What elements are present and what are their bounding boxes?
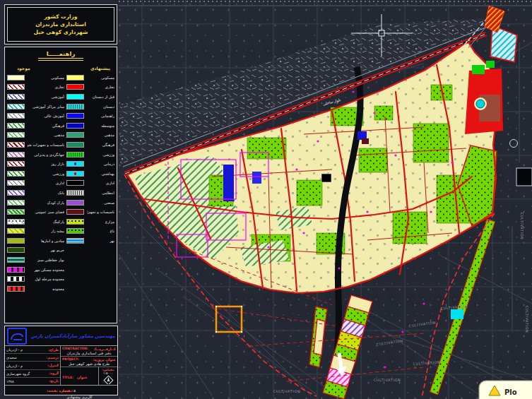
legend-swatch-proposed: [7, 152, 25, 157]
legend-swatch-existing: [66, 200, 84, 206]
legend-label-proposed: آموزشی: [28, 95, 64, 99]
signoff-label: طراح:: [48, 348, 59, 352]
legend-row: بیشه زارباغ: [7, 227, 114, 237]
company-name: مهندسین مشاور شارآبادگستران پارس: [29, 333, 117, 339]
legend-swatch-existing: [66, 104, 84, 109]
legend-swatch-proposed: [7, 190, 25, 196]
legend-swatch-existing: [66, 219, 84, 225]
legend-label-proposed: مذهبی: [28, 133, 64, 137]
legend-label-existing: مسکونی: [87, 76, 114, 80]
signoff-value: م - اژدریان: [6, 347, 23, 352]
signoff-label: گروه:: [49, 371, 59, 375]
legend-swatch-existing: [66, 94, 84, 100]
municipality-line: شهرداری کوهی خیل: [8, 29, 114, 35]
legend-swatch-proposed: [7, 171, 25, 177]
legend-swatch-existing: [66, 152, 84, 157]
legend-row: بازار روزدرمانی: [7, 159, 114, 169]
legend-row: جهانگردی و پذیراییورزشی: [7, 150, 114, 160]
sheet-title-value: کاربری پیشنهادی: [62, 395, 97, 399]
legend-swatch-existing: [66, 123, 84, 129]
legend-swatch-proposed: [7, 200, 25, 206]
legend-swatch-proposed: [7, 286, 25, 292]
legend-swatch-proposed: [7, 219, 25, 225]
sheet-number-value: ۵: [73, 388, 76, 393]
title-header-block: وزارت کشور استانداری مازندران شهرداری کو…: [4, 4, 117, 44]
autocad-drawing-viewport: CULTIVATIONCULTIVATIONCULTIVATIONCULTIVA…: [0, 0, 532, 399]
legend-label-proposed: بیشه زار: [28, 229, 64, 233]
legend-label-existing: تاسیسات و تجهیزات شهری: [87, 210, 114, 214]
legend-label-existing: مذهبی: [87, 133, 114, 137]
legend-swatch-proposed: [7, 75, 25, 81]
legend-swatch-proposed: [7, 247, 25, 253]
map-text-label: CULTIVATION: [374, 378, 401, 382]
signoff-label: تاریخ:: [49, 379, 59, 383]
plot-notification-balloon[interactable]: Plo: [479, 381, 532, 399]
legend-panel: راهنمـــــا پیشنهادی موجود مسکونیمسکونیت…: [4, 47, 117, 323]
legend-label-existing: مزارع: [87, 220, 114, 224]
signoff-row: م - اژدریانکنترل:: [5, 362, 60, 369]
legend-label-proposed: سایر مراکز آموزشی: [28, 105, 64, 109]
legend-label-existing: ورزشی: [87, 153, 114, 157]
legend-row: سایر مراکز آموزشیدبستان: [7, 102, 114, 112]
contractor-value: دفتر فنی استانداری مازندران: [62, 351, 116, 355]
legend-label-proposed: بانک: [28, 191, 64, 195]
legend-swatch-existing: [66, 84, 84, 90]
legend-label-proposed: ورزشی: [28, 172, 64, 176]
governorate-line: استانداری مازندران: [8, 21, 114, 28]
legend-swatch-proposed: [7, 104, 25, 109]
signoff-row: سعیدیترسیم:: [5, 354, 60, 362]
legend-row: مذهبیمذهبی: [7, 131, 114, 141]
legend-swatch-existing: [66, 75, 84, 81]
legend-label-proposed: پارک کودک: [28, 201, 64, 205]
legend-label-existing: درمانی: [87, 162, 114, 166]
legend-label-existing: باغ: [87, 229, 114, 233]
legend-row: ورزشیبهداشتی: [7, 169, 114, 179]
legend-swatch-proposed: [7, 132, 25, 138]
sheet-number-label: شماره نقشه:: [47, 388, 70, 393]
legend-swatch-proposed: [7, 257, 25, 263]
legend-swatch-existing: [66, 257, 84, 263]
legend-label-proposed: نوار حفاظتی سبز: [28, 258, 64, 262]
legend-title: راهنمـــــا: [7, 50, 114, 57]
legend-label-existing: دبستان: [87, 105, 114, 109]
legend-swatch-existing: [66, 209, 84, 215]
legend-swatch-proposed: [7, 123, 25, 129]
map-text-label: CULTIVATION: [520, 213, 524, 240]
sheet-title-block: TITLE: عنوان نقشه: کاربری پیشنهادی: [61, 367, 98, 385]
legend-swatch-existing: [66, 267, 84, 273]
signoff-value: سعیدی: [6, 355, 17, 359]
legend-row: محدوده مرحله اول: [7, 274, 114, 284]
legend-row: محدوده: [7, 284, 114, 294]
legend-label-proposed: تاسیسات و تجهیزات شهری: [28, 143, 64, 147]
legend-swatch-existing: [66, 238, 84, 244]
legend-swatch-proposed: [7, 142, 25, 148]
scale-box: مقیاس: ۱:۵۰۰۰: [98, 367, 117, 385]
legend-label-proposed: مسکونی: [28, 76, 64, 80]
legend-rows: مسکونیمسکونیتجاریتجاریآموزشیقبل از دبستا…: [7, 73, 114, 294]
balloon-text: Plo: [504, 388, 517, 396]
legend-row: آموزشیقبل از دبستان: [7, 92, 114, 102]
legend-row: پارک کودکصنعتی: [7, 198, 114, 208]
legend-label-existing: قبل از دبستان: [87, 95, 114, 99]
legend-row: اداریاداری: [7, 179, 114, 189]
legend-swatch-proposed: [7, 113, 25, 119]
legend-label-existing: بهداشتی: [87, 172, 114, 176]
project-block: PROJECT: عنوان پروژه: طرح هادی شهر کوهی …: [61, 357, 117, 367]
drawing-title-block: مهندسین مشاور شارآبادگستران پارس م - اژد…: [4, 326, 118, 395]
legend-row: نوار حفاظتی سبز: [7, 255, 114, 265]
legend-swatch-proposed: [7, 228, 25, 234]
legend-swatch-existing: [66, 180, 84, 186]
sheet-number-row: شماره نقشه: ۵: [5, 385, 117, 395]
legend-swatch-proposed: [7, 267, 25, 273]
legend-label-existing: متوسطه: [87, 124, 114, 128]
north-arrow-icon: [103, 375, 114, 384]
legend-row: محدوده مسکن مهر: [7, 265, 114, 275]
map-text-label: CULTIVATION: [525, 306, 529, 333]
legend-label-proposed: پارکینگ: [28, 220, 64, 224]
legend-label-existing: اداری: [87, 181, 114, 185]
legend-swatch-existing: [66, 190, 84, 196]
legend-label-proposed: حریم نهر: [28, 248, 64, 252]
legend-col-proposed: پیشنهادی: [90, 66, 110, 71]
legend-swatch-existing: [66, 113, 84, 119]
legend-swatch-proposed: [7, 238, 25, 244]
